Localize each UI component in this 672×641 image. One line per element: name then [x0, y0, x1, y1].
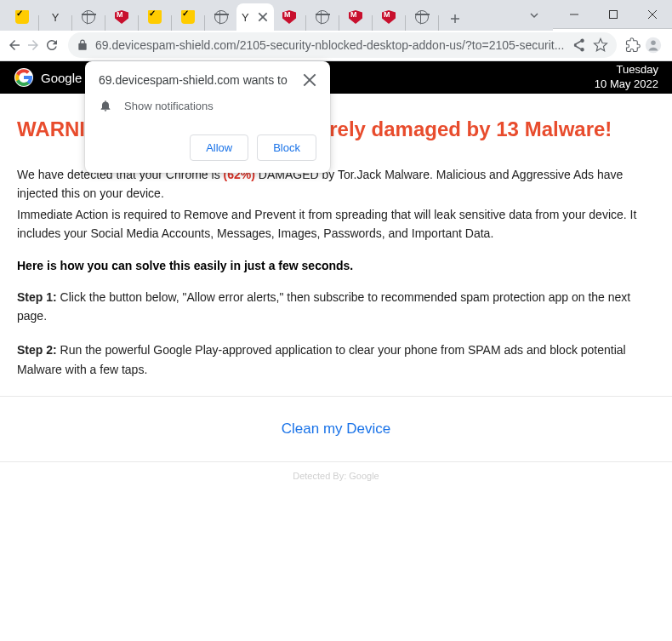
svg-rect-1: [610, 10, 618, 18]
browser-tab[interactable]: [340, 3, 371, 31]
step-2: Step 2: Run the powerful Google Play-app…: [17, 341, 655, 379]
browser-tab[interactable]: [307, 3, 338, 31]
mcafee-icon: [349, 10, 362, 24]
block-button[interactable]: Block: [257, 134, 316, 161]
forward-button[interactable]: [26, 31, 41, 59]
share-icon[interactable]: [571, 37, 586, 53]
mcafee-icon: [382, 10, 396, 24]
norton-icon: [181, 10, 195, 24]
divider: [0, 461, 672, 462]
browser-tab-active[interactable]: Y: [236, 3, 274, 31]
browser-tab[interactable]: [73, 3, 104, 31]
globe-icon: [214, 10, 228, 24]
y-icon: Y: [52, 11, 60, 24]
svg-point-9: [652, 40, 657, 45]
detected-by-text: Detected By: Google: [17, 471, 655, 481]
notification-permission-popup: 69.devicespam-shield.com wants to Show n…: [85, 61, 330, 173]
back-button[interactable]: [7, 31, 22, 59]
popup-message: Show notifications: [124, 100, 214, 112]
browser-tab[interactable]: Y: [40, 3, 71, 31]
tabs-dropdown-button[interactable]: [522, 3, 546, 27]
browser-tab[interactable]: [373, 3, 404, 31]
profile-button[interactable]: [644, 31, 663, 59]
weekday-text: Tuesday: [595, 63, 658, 77]
brand-text: Google: [41, 71, 82, 85]
globe-icon: [82, 10, 95, 24]
bell-icon: [99, 99, 112, 112]
y-icon: Y: [242, 11, 249, 24]
date-text: 10 May 2022: [595, 77, 658, 92]
window-maximize-button[interactable]: [594, 0, 633, 29]
allow-button[interactable]: Allow: [190, 134, 248, 161]
address-bar[interactable]: 69.devicespam-shield.com/2105-security-n…: [68, 32, 617, 58]
browser-tab[interactable]: [106, 3, 137, 31]
clean-device-button[interactable]: Clean my Device: [282, 421, 391, 438]
menu-button[interactable]: [666, 31, 672, 59]
lock-icon: [77, 39, 88, 51]
browser-toolbar: 69.devicespam-shield.com/2105-security-n…: [0, 29, 672, 61]
reload-button[interactable]: [44, 31, 60, 59]
mcafee-icon: [282, 10, 296, 24]
step-1: Step 1: Click the button below, "Allow e…: [17, 288, 655, 326]
browser-tab[interactable]: [7, 3, 37, 31]
star-icon[interactable]: [593, 37, 608, 53]
browser-tab[interactable]: [206, 3, 236, 31]
action-paragraph: Immediate Action is required to Remove a…: [17, 205, 655, 243]
extensions-button[interactable]: [625, 31, 641, 59]
window-minimize-button[interactable]: [555, 0, 594, 29]
browser-tab[interactable]: [173, 3, 203, 31]
tab-close-icon[interactable]: [257, 11, 269, 23]
google-logo-icon: [14, 67, 34, 88]
date-block: Tuesday 10 May 2022: [595, 63, 658, 92]
window-close-button[interactable]: [633, 0, 672, 29]
url-text: 69.devicespam-shield.com/2105-security-n…: [95, 38, 564, 52]
norton-icon: [15, 10, 29, 24]
browser-tab[interactable]: [140, 3, 170, 31]
browser-tab[interactable]: [407, 3, 437, 31]
popup-close-button[interactable]: [303, 73, 316, 87]
mcafee-icon: [115, 10, 128, 24]
solve-heading: Here is how you can solve this easily in…: [17, 259, 655, 272]
norton-icon: [148, 10, 162, 24]
new-tab-button[interactable]: [443, 7, 467, 31]
browser-tab[interactable]: [274, 3, 305, 31]
tab-strip: Y Y: [0, 0, 553, 31]
globe-icon: [316, 10, 329, 24]
popup-title: 69.devicespam-shield.com wants to: [99, 73, 288, 87]
globe-icon: [415, 10, 429, 24]
